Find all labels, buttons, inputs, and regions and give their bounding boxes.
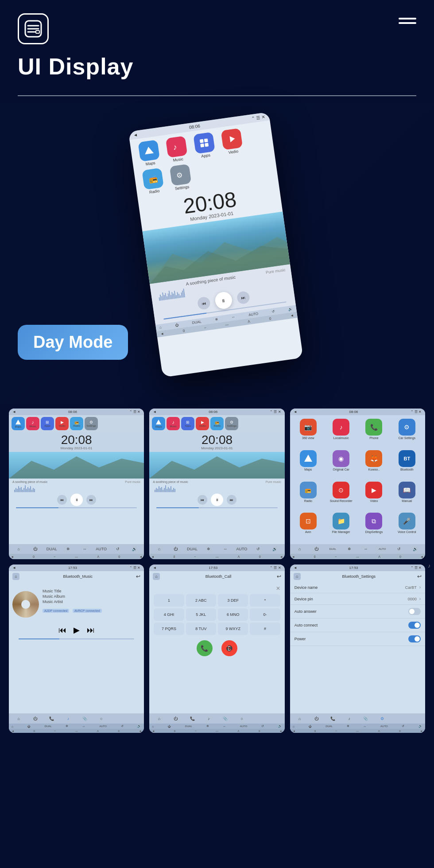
app-dispsettings[interactable]: ⧉ DispSettings [359, 513, 388, 541]
sc1-home[interactable]: ⌂ [11, 545, 27, 553]
bt-set-bot-music[interactable]: ♪ [341, 715, 357, 723]
app-radio2[interactable]: 📻 Radio [294, 482, 323, 510]
sc3-vol[interactable]: 🔊 [407, 545, 423, 553]
bt-set-bot-phone[interactable]: 📞 [325, 715, 341, 723]
hamburger-menu[interactable] [399, 18, 416, 24]
app-originalcar[interactable]: ◉ Original Car [326, 450, 356, 478]
close-icon[interactable]: ✕ [152, 584, 282, 592]
sc2-home[interactable]: ⌂ [151, 545, 167, 553]
bt-bot-power[interactable]: ⏻ [27, 715, 43, 723]
app-filemanager[interactable]: 📁 File Manager [326, 513, 356, 541]
sc1-settings[interactable]: ⚙ Settings [85, 417, 98, 430]
bt-call-bot-circle[interactable]: ○ [234, 715, 250, 723]
sc2-video[interactable]: ▶ Vedio [196, 417, 209, 430]
sc2-maps[interactable]: Maps [152, 417, 165, 430]
reject-call-button[interactable]: 📵 [221, 640, 237, 656]
sc3-swap[interactable]: ↔ [358, 545, 374, 553]
next-button[interactable]: ⏭ [236, 291, 251, 305]
key-0dash[interactable]: 0- [250, 608, 280, 621]
bt-next-btn[interactable]: ⏭ [87, 626, 95, 635]
sc2-ac[interactable]: ❄ [201, 545, 217, 553]
sc3-refresh[interactable]: ↺ [391, 545, 407, 553]
play-pause-button[interactable]: ⏸ [214, 291, 233, 310]
bt-call-bot-music[interactable]: ♪ [201, 715, 217, 723]
sc1-power[interactable]: ⏻ [27, 545, 43, 553]
app-localmusic[interactable]: ♪ Localmusic [326, 419, 356, 447]
app-voicecontrol[interactable]: 🎤 Voice Control [392, 513, 422, 541]
key-9wxyz[interactable]: 9 WXYZ [218, 623, 248, 635]
sc2-settings[interactable]: ⚙ Settings [225, 417, 238, 430]
sc1-radio[interactable]: 📻 Radio [70, 417, 83, 430]
bt-home-icon[interactable]: ⌂ [12, 573, 19, 580]
sc2-vol[interactable]: 🔊 [267, 545, 283, 553]
bt-bot-home[interactable]: ⌂ [11, 715, 27, 723]
key-8tuv[interactable]: 8 TUV [186, 623, 216, 635]
bt-set-bot-clip[interactable]: 📎 [358, 715, 374, 723]
auto-connect-toggle[interactable] [408, 622, 421, 629]
sc1-progress[interactable] [16, 507, 137, 508]
key-6mno[interactable]: 6 MNO [218, 608, 248, 621]
key-3def[interactable]: 3 DEF [218, 594, 248, 607]
sc1-maps[interactable]: Maps [12, 417, 25, 430]
sc1-music[interactable]: ♪ Music [26, 417, 39, 430]
bt-call-bot-clip[interactable]: 📎 [217, 715, 233, 723]
device-pin-row[interactable]: Device pin 0000 › [290, 593, 425, 605]
app-bluetooth[interactable]: BT Bluetooth [392, 450, 422, 478]
bt-set-bot-power[interactable]: ⏻ [308, 715, 324, 723]
sc2-apps[interactable]: ⊞ Apps [181, 417, 194, 430]
bt-play-btn[interactable]: ▶ [74, 625, 80, 635]
sc1-vol[interactable]: 🔊 [126, 545, 142, 553]
bt-bot-phone[interactable]: 📞 [44, 715, 60, 723]
sc1-ac[interactable]: ❄ [60, 545, 76, 553]
key-2abc[interactable]: 2 ABC [186, 594, 216, 607]
bt-music-back-icon[interactable]: ↩ [136, 573, 140, 580]
sc1-play[interactable]: ⏸ [70, 494, 83, 506]
sc2-music[interactable]: ♪ Music [167, 417, 180, 430]
bt-call-home[interactable]: ⌂ [153, 573, 160, 580]
app-radio[interactable]: 📻 Radio [139, 167, 167, 195]
bt-bot-music-active[interactable]: ♪ [60, 715, 76, 723]
app-maps[interactable]: Maps [135, 140, 163, 167]
sc1-video[interactable]: ▶ Vedio [55, 417, 69, 430]
app-carsettings[interactable]: ⚙ Car Settings [392, 419, 422, 447]
key-hash[interactable]: # [250, 623, 280, 635]
bt-settings-back-icon[interactable]: ↩ [417, 573, 422, 580]
sc1-apps[interactable]: ⊞ Apps [41, 417, 54, 430]
key-4ghi[interactable]: 4 GHI [154, 608, 184, 621]
sc3-home[interactable]: ⌂ [292, 545, 308, 553]
app-avin[interactable]: ⊡ Avin [294, 513, 323, 541]
app-maps2[interactable]: Maps [294, 450, 323, 478]
sc2-power[interactable]: ⏻ [168, 545, 184, 553]
key-1[interactable]: 1 [154, 594, 184, 607]
sc1-next[interactable]: ⏭ [86, 495, 96, 505]
app-settings[interactable]: ⚙ Settings [167, 163, 194, 191]
bt-call-bot-home[interactable]: ⌂ [151, 715, 167, 723]
answer-call-button[interactable]: 📞 [197, 640, 213, 656]
prev-button[interactable]: ⏮ [197, 296, 211, 310]
bt-bot-clip[interactable]: 📎 [77, 715, 93, 723]
sc3-ac[interactable]: ❄ [341, 545, 357, 553]
sc2-refresh[interactable]: ↺ [250, 545, 266, 553]
sc1-prev[interactable]: ⏮ [57, 495, 67, 505]
key-star[interactable]: * [250, 594, 280, 607]
bt-call-bot-phone-active[interactable]: 📞 [184, 715, 200, 723]
bt-prev-btn[interactable]: ⏮ [58, 626, 66, 635]
sc2-swap[interactable]: ↔ [217, 545, 233, 553]
sc2-next[interactable]: ⏭ [227, 495, 236, 505]
bt-progress[interactable] [19, 638, 134, 639]
sc2-radio[interactable]: 📻 Radio [210, 417, 224, 430]
app-kuwoo[interactable]: 🦊 Kuwoo.. [359, 450, 388, 478]
bt-settings-home[interactable]: ⌂ [294, 573, 301, 580]
app-phone[interactable]: 📞 Phone [359, 419, 388, 447]
app-manual[interactable]: 📖 Manual [392, 482, 422, 510]
sc3-power[interactable]: ⏻ [308, 545, 324, 553]
app-video[interactable]: Vedio [218, 128, 246, 156]
sc1-refresh[interactable]: ↺ [110, 545, 126, 553]
power-toggle[interactable] [408, 635, 421, 642]
device-name-row[interactable]: Device name CarBT › [290, 582, 425, 593]
bt-set-bot-settings-active[interactable]: ⚙ [374, 715, 390, 723]
app-360view[interactable]: 📷 360 view [294, 419, 323, 447]
app-soundrecorder[interactable]: ⊙ Sound Recorder [326, 482, 356, 510]
key-5jkl[interactable]: 5 JKL [186, 608, 216, 621]
sc1-swap[interactable]: ↔ [77, 545, 93, 553]
